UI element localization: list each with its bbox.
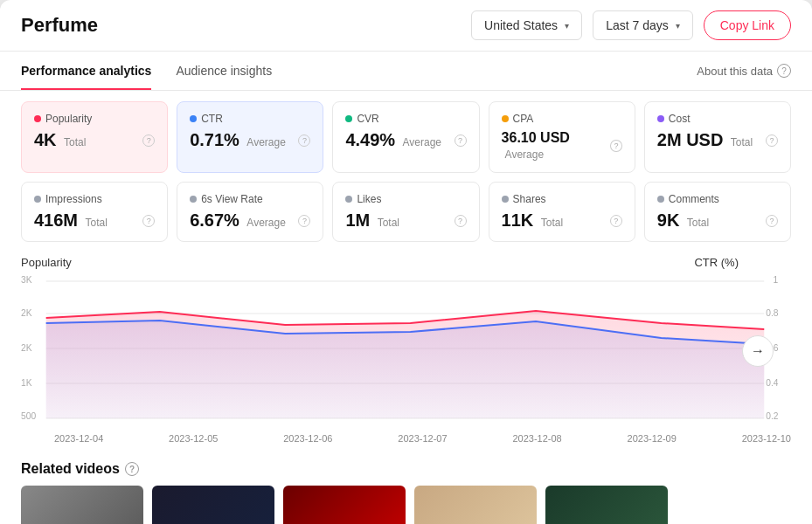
impressions-dot: [34, 196, 41, 203]
period-chevron-icon: ▾: [676, 21, 680, 31]
svg-text:0.4: 0.4: [766, 378, 779, 388]
about-data[interactable]: About this data ?: [697, 64, 791, 78]
video-thumb-3[interactable]: [283, 486, 406, 524]
cost-dot: [657, 115, 664, 122]
region-label: United States: [484, 18, 558, 32]
likes-dot: [345, 196, 352, 203]
chart-right-label: CTR (%): [694, 256, 739, 269]
svg-text:2K: 2K: [21, 343, 32, 353]
metric-card-likes: Likes 1M Total ?: [332, 182, 479, 242]
metric-card-popularity: Popularity 4K Total ?: [21, 101, 168, 173]
cvr-dot: [345, 115, 352, 122]
chart-section: Popularity CTR (%) 3K 2K 2K 1K 500 1 0.8…: [0, 242, 812, 451]
metric-card-cost: Cost 2M USD Total ?: [644, 101, 791, 173]
shares-dot: [502, 196, 509, 203]
ctr-dot: [190, 115, 197, 122]
ctr-help-icon[interactable]: ?: [298, 134, 310, 147]
region-dropdown[interactable]: United States ▾: [471, 10, 582, 40]
svg-text:0.2: 0.2: [766, 411, 779, 421]
region-chevron-icon: ▾: [565, 21, 569, 31]
svg-text:1: 1: [774, 275, 779, 285]
video-thumb-5[interactable]: [545, 486, 668, 524]
shares-help-icon[interactable]: ?: [610, 215, 622, 227]
about-data-info-icon: ?: [777, 64, 791, 78]
related-section: Related videos ?: [0, 451, 812, 524]
svg-text:3K: 3K: [21, 275, 32, 285]
cpa-dot: [502, 115, 509, 122]
tab-audience[interactable]: Audience insights: [176, 52, 272, 90]
video-thumbnails: [21, 486, 791, 524]
arrow-right-icon: →: [751, 343, 765, 359]
view-rate-help-icon[interactable]: ?: [298, 215, 310, 227]
cost-help-icon[interactable]: ?: [766, 134, 778, 147]
svg-marker-16: [46, 311, 765, 418]
popularity-dot: [34, 115, 41, 122]
metric-card-comments: Comments 9K Total ?: [644, 182, 791, 242]
metrics-row-1: Popularity 4K Total ? CTR 0.71% Average: [0, 91, 812, 173]
cvr-help-icon[interactable]: ?: [455, 134, 467, 147]
chart-dates: 2023-12-04 2023-12-05 2023-12-06 2023-12…: [21, 433, 791, 444]
tab-performance[interactable]: Performance analytics: [21, 52, 151, 90]
metric-card-cpa: CPA 36.10 USD Average ?: [489, 101, 635, 173]
metric-card-view-rate: 6s View Rate 6.67% Average ?: [177, 182, 323, 242]
chart-container: 3K 2K 2K 1K 500 1 0.8 0.6 0.4 0.2: [21, 272, 791, 430]
related-videos-title: Related videos: [21, 461, 120, 477]
video-thumb-1[interactable]: [21, 486, 143, 524]
chart-next-button[interactable]: →: [742, 335, 774, 367]
chart-svg: 3K 2K 2K 1K 500 1 0.8 0.6 0.4 0.2: [21, 272, 791, 430]
app-title: Perfume: [21, 14, 461, 37]
metrics-row-2: Impressions 416M Total ? 6s View Rate 6.…: [0, 173, 812, 242]
header: Perfume United States ▾ Last 7 days ▾ Co…: [0, 0, 812, 52]
svg-text:1K: 1K: [21, 378, 32, 388]
comments-help-icon[interactable]: ?: [766, 215, 778, 227]
svg-text:500: 500: [21, 411, 36, 421]
main-window: Perfume United States ▾ Last 7 days ▾ Co…: [0, 0, 812, 524]
metric-card-cvr: CVR 4.49% Average ?: [332, 101, 479, 173]
copy-link-button[interactable]: Copy Link: [704, 10, 791, 40]
svg-text:0.8: 0.8: [766, 308, 779, 318]
tabs-bar: Performance analytics Audience insights …: [0, 52, 812, 91]
cpa-help-icon[interactable]: ?: [610, 140, 621, 152]
metric-card-shares: Shares 11K Total ?: [489, 182, 635, 242]
related-info-icon: ?: [125, 462, 139, 476]
period-dropdown[interactable]: Last 7 days ▾: [593, 10, 693, 40]
svg-text:2K: 2K: [21, 308, 32, 318]
impressions-help-icon[interactable]: ?: [142, 215, 155, 227]
metric-card-impressions: Impressions 416M Total ?: [21, 182, 168, 242]
period-label: Last 7 days: [606, 18, 669, 32]
comments-dot: [657, 196, 664, 203]
video-thumb-4[interactable]: [414, 486, 537, 524]
chart-left-label: Popularity: [21, 256, 72, 269]
popularity-help-icon[interactable]: ?: [142, 134, 155, 147]
likes-help-icon[interactable]: ?: [455, 215, 467, 227]
view-rate-dot: [190, 196, 197, 203]
metric-card-ctr: CTR 0.71% Average ?: [177, 101, 323, 173]
video-thumb-2[interactable]: [152, 486, 274, 524]
